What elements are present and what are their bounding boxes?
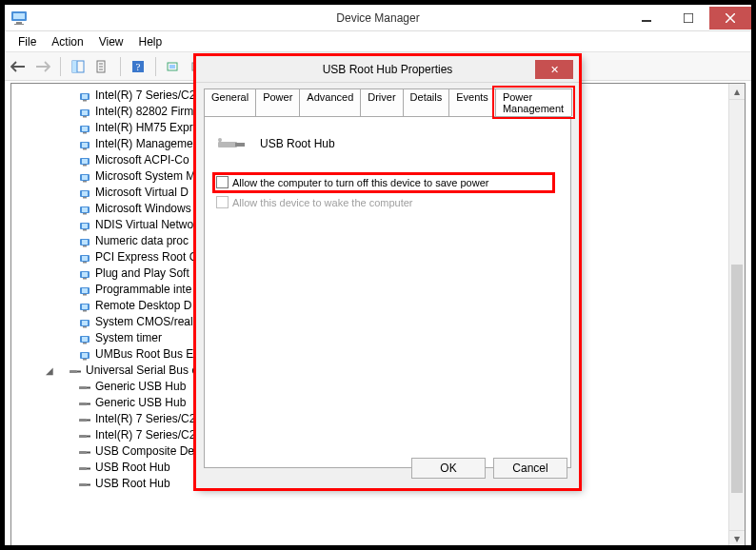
- tabstrip: General Power Advanced Driver Details Ev…: [204, 88, 571, 116]
- toolbar-separator: [120, 57, 121, 76]
- svg-rect-41: [83, 197, 87, 199]
- tab-details[interactable]: Details: [403, 88, 450, 116]
- svg-rect-82: [79, 451, 87, 454]
- svg-rect-91: [219, 140, 221, 143]
- svg-rect-67: [82, 337, 88, 342]
- dialog-titlebar: USB Root Hub Properties ✕: [196, 56, 579, 83]
- device-name-label: USB Root Hub: [260, 137, 335, 150]
- tab-driver[interactable]: Driver: [360, 88, 403, 116]
- allow-turnoff-checkbox[interactable]: [216, 176, 229, 188]
- properties-dialog: USB Root Hub Properties ✕ General Power …: [195, 55, 580, 489]
- device-chip-icon: [78, 187, 91, 200]
- svg-rect-72: [70, 370, 77, 373]
- allow-wake-checkbox: [216, 196, 229, 208]
- svg-rect-65: [83, 326, 87, 328]
- svg-rect-78: [79, 419, 87, 422]
- properties-toolbar-button[interactable]: [91, 55, 114, 78]
- tree-item-label: USB Composite De: [95, 443, 194, 460]
- tab-advanced[interactable]: Advanced: [299, 88, 361, 116]
- svg-rect-4: [642, 20, 651, 22]
- svg-rect-61: [82, 304, 88, 309]
- menu-file[interactable]: File: [10, 33, 44, 50]
- forward-button[interactable]: [31, 55, 54, 78]
- menu-action[interactable]: Action: [44, 33, 90, 50]
- dialog-close-button[interactable]: ✕: [535, 60, 573, 79]
- menu-help[interactable]: Help: [131, 33, 170, 50]
- svg-rect-50: [83, 246, 87, 247]
- svg-rect-53: [83, 262, 87, 264]
- tree-item-label: PCI Express Root C: [95, 249, 197, 265]
- svg-rect-87: [87, 483, 90, 485]
- help-toolbar-button[interactable]: ?: [127, 55, 149, 78]
- usb-device-icon: [78, 478, 91, 491]
- cancel-button[interactable]: Cancel: [493, 458, 567, 479]
- device-chip-icon: [78, 154, 91, 167]
- device-chip-icon: [78, 138, 91, 151]
- tree-item-label: System CMOS/real: [95, 314, 193, 330]
- menu-view[interactable]: View: [91, 33, 131, 50]
- svg-rect-64: [82, 321, 88, 325]
- ok-button[interactable]: OK: [411, 458, 486, 479]
- device-chip-icon: [78, 235, 91, 248]
- svg-rect-83: [87, 451, 90, 453]
- svg-rect-56: [83, 278, 87, 280]
- svg-rect-47: [83, 229, 87, 231]
- svg-rect-84: [79, 467, 87, 470]
- svg-rect-23: [83, 100, 87, 102]
- scroll-up-arrow[interactable]: ▴: [729, 84, 745, 100]
- tab-power[interactable]: Power: [255, 88, 300, 116]
- device-chip-icon: [78, 122, 91, 135]
- svg-rect-49: [82, 240, 88, 245]
- scroll-thumb[interactable]: [731, 265, 743, 493]
- device-chip-icon: [78, 284, 91, 297]
- usb-device-icon: [78, 413, 91, 426]
- svg-rect-79: [87, 419, 90, 421]
- tab-events[interactable]: Events: [448, 88, 496, 116]
- svg-rect-25: [82, 110, 88, 115]
- tree-item-label: Microsoft Virtual D: [95, 185, 189, 201]
- svg-rect-28: [82, 127, 88, 131]
- svg-rect-76: [79, 403, 87, 405]
- svg-rect-81: [87, 435, 90, 437]
- svg-rect-89: [235, 143, 245, 147]
- svg-rect-2: [16, 22, 22, 24]
- tree-item-label: Universal Serial Bus co: [86, 363, 204, 379]
- tree-item-label: USB Root Hub: [95, 476, 170, 492]
- svg-rect-5: [684, 13, 693, 23]
- tree-item-label: UMBus Root Bus E: [95, 346, 193, 363]
- tab-general[interactable]: General: [204, 88, 256, 116]
- window-titlebar: Device Manager: [5, 5, 751, 31]
- dialog-title: USB Root Hub Properties: [323, 63, 453, 76]
- svg-rect-68: [83, 343, 87, 344]
- tree-item-label: Plug and Play Soft: [95, 265, 189, 282]
- svg-rect-75: [87, 386, 90, 388]
- allow-turnoff-label: Allow the computer to turn off this devi…: [232, 177, 488, 188]
- maximize-button[interactable]: [667, 7, 709, 29]
- svg-rect-70: [82, 353, 88, 358]
- toolbar-separator: [60, 57, 61, 76]
- tree-item-label: Intel(R) 82802 Firm: [95, 104, 193, 120]
- svg-rect-55: [82, 272, 88, 277]
- tab-body: USB Root Hub Allow the computer to turn …: [204, 116, 571, 468]
- vertical-scrollbar[interactable]: ▴ ▾: [728, 84, 745, 546]
- allow-turnoff-row[interactable]: Allow the computer to turn off this devi…: [216, 176, 559, 188]
- device-chip-icon: [78, 332, 91, 345]
- close-button[interactable]: [709, 7, 751, 29]
- svg-rect-34: [82, 159, 88, 164]
- scroll-down-arrow[interactable]: ▾: [729, 530, 745, 546]
- scan-hardware-button[interactable]: [162, 55, 185, 78]
- device-chip-icon: [78, 89, 91, 103]
- collapse-icon[interactable]: ◢: [46, 363, 55, 379]
- svg-rect-44: [83, 213, 87, 215]
- tree-item-label: Microsoft Windows: [95, 201, 191, 217]
- svg-rect-31: [82, 143, 88, 147]
- device-chip-icon: [78, 316, 91, 329]
- svg-rect-3: [14, 24, 24, 25]
- tree-item-label: USB Root Hub: [95, 460, 170, 476]
- back-button[interactable]: [7, 55, 30, 78]
- usb-device-icon: [78, 462, 91, 475]
- usb-device-icon: [216, 132, 247, 155]
- show-hide-tree-button[interactable]: [67, 55, 90, 78]
- minimize-button[interactable]: [626, 7, 667, 29]
- tab-power-management[interactable]: Power Management: [495, 88, 572, 116]
